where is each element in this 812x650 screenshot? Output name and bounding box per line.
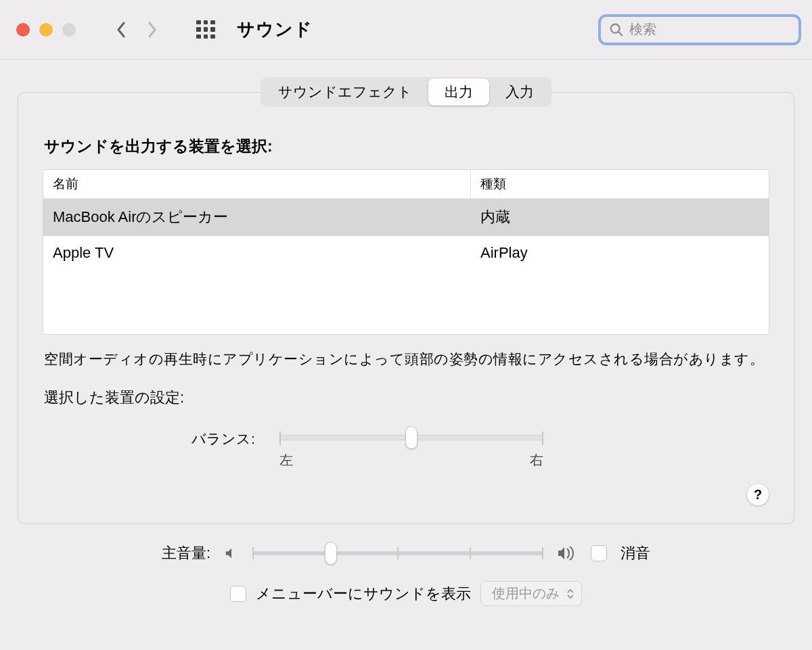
main-volume-thumb[interactable] [325, 542, 337, 565]
main-volume-slider[interactable] [252, 550, 543, 557]
global-sound-controls: 主音量: 消音 メニューバーにサウンドを表示 [18, 543, 794, 606]
main-volume-label: 主音量: [162, 543, 210, 563]
balance-right-label: 右 [530, 451, 543, 469]
balance-control: バランス: 左 右 [191, 430, 769, 469]
minimize-window-button[interactable] [39, 23, 53, 37]
device-name: Apple TV [43, 236, 471, 270]
zoom-window-button[interactable] [62, 23, 76, 37]
device-type: AirPlay [471, 236, 769, 270]
selected-device-settings-heading: 選択した装置の設定: [44, 388, 768, 408]
col-type[interactable]: 種類 [471, 170, 769, 199]
menubar-visibility-value: 使用中のみ [492, 584, 560, 603]
close-window-button[interactable] [16, 23, 30, 37]
device-row[interactable]: MacBook Airのスピーカー 内蔵 [43, 199, 769, 236]
device-name: MacBook Airのスピーカー [43, 199, 471, 236]
window-titlebar: サウンド [0, 0, 812, 60]
balance-left-label: 左 [279, 451, 293, 469]
menubar-visibility-popup[interactable]: 使用中のみ [480, 581, 582, 606]
content-area: サウンドエフェクト 出力 入力 サウンドを出力する装置を選択: 名前 種類 Ma… [0, 77, 812, 620]
svg-line-1 [618, 31, 623, 35]
output-settings-panel: サウンドを出力する装置を選択: 名前 種類 MacBook Airのスピーカー … [18, 92, 794, 524]
show-in-menubar-label: メニューバーにサウンドを表示 [256, 584, 471, 604]
volume-high-icon [557, 545, 577, 561]
search-input[interactable] [629, 22, 790, 37]
balance-slider-thumb[interactable] [405, 426, 418, 449]
choose-device-heading: サウンドを出力する装置を選択: [44, 136, 769, 157]
show-in-menubar-row: メニューバーにサウンドを表示 使用中のみ [230, 581, 582, 606]
show-in-menubar-checkbox[interactable] [230, 586, 246, 602]
back-button[interactable] [111, 16, 131, 43]
window-title: サウンド [237, 18, 313, 41]
device-row[interactable]: Apple TV AirPlay [43, 236, 769, 270]
forward-button[interactable] [142, 16, 162, 43]
tab-input[interactable]: 入力 [489, 78, 550, 106]
balance-slider[interactable] [279, 435, 543, 440]
volume-low-icon [224, 546, 239, 561]
help-button[interactable]: ? [746, 483, 769, 506]
main-volume-row: 主音量: 消音 [162, 543, 650, 563]
tab-output[interactable]: 出力 [428, 78, 489, 106]
output-device-table: 名前 種類 MacBook Airのスピーカー 内蔵 Apple TV AirP… [43, 169, 769, 335]
window-controls [16, 23, 76, 37]
device-type: 内蔵 [471, 199, 769, 236]
balance-label: バランス: [191, 430, 255, 448]
col-name[interactable]: 名前 [43, 170, 471, 199]
mute-checkbox[interactable] [591, 545, 607, 561]
spatial-audio-note: 空間オーディオの再生時にアプリケーションによって頭部の姿勢の情報にアクセスされる… [44, 350, 768, 369]
tab-sound-effects[interactable]: サウンドエフェクト [262, 78, 428, 106]
mute-label: 消音 [621, 543, 650, 563]
table-header: 名前 種類 [43, 170, 769, 199]
show-all-prefs-button[interactable] [196, 20, 215, 39]
popup-chevron-icon [566, 588, 574, 599]
search-field[interactable] [598, 14, 801, 45]
search-icon [609, 22, 624, 37]
